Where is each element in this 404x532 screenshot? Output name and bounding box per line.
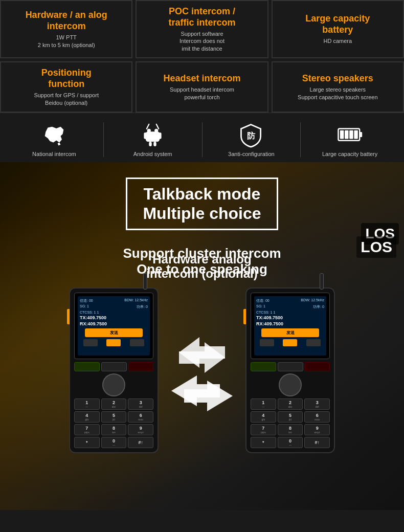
right-screen-row1: 信道: 00 BDW: 12.5kHz bbox=[256, 298, 324, 303]
left-key-7[interactable]: 7pqrs bbox=[74, 424, 100, 435]
right-tx: TX:409.7500 bbox=[256, 315, 324, 320]
right-phone-device: 信道: 00 BDW: 12.5kHz SG: 1 功率: 0 CTCSS: 1… bbox=[245, 287, 335, 453]
feature-subtitle-4: Support for GPS / supportBeidou (optiona… bbox=[5, 92, 127, 106]
feature-title-2: POC intercom /traffic intercom bbox=[141, 6, 263, 28]
left-keypad: 1— 2abc 3def 4ghi 5jkl 6mno 7pqrs 8tuv 9… bbox=[74, 398, 153, 448]
right-dpad-circle[interactable] bbox=[279, 373, 302, 396]
svg-line-7 bbox=[147, 124, 149, 129]
right-phone-antenna bbox=[320, 273, 324, 290]
feature-subtitle-5: Support headset intercompowerful torch bbox=[141, 86, 263, 101]
right-key-5[interactable]: 5jkl bbox=[278, 411, 303, 423]
left-phone-device: 信道: 00 BDW: 12.5kHz SG: 1 功率: 0 CTCSS: 1… bbox=[69, 287, 159, 453]
right-red-btn[interactable] bbox=[305, 362, 330, 371]
large-battery-label: Large capacity battery bbox=[322, 151, 377, 157]
left-tx: TX:409.7500 bbox=[80, 315, 148, 320]
feature-subtitle-3: HD camera bbox=[277, 37, 399, 45]
right-power: 功率: 0 bbox=[313, 304, 324, 309]
left-func-row bbox=[74, 362, 153, 371]
talkback-mode-box: Talkback mode Multiple choice bbox=[126, 178, 278, 230]
right-ptt-btn[interactable]: 发送 bbox=[261, 328, 319, 337]
feature-card-battery: Large capacitybattery HD camera bbox=[272, 0, 404, 58]
left-dpad-circle[interactable] bbox=[102, 373, 125, 396]
right-rx: RX:409.7500 bbox=[256, 321, 324, 326]
feature-card-headset: Headset intercom Support headset interco… bbox=[136, 61, 268, 113]
android-icon bbox=[140, 122, 166, 148]
right-screen-row3: CTCSS: 1 1 bbox=[256, 311, 324, 314]
feature-grid: Hardware / an alog intercom 1W PTT2 km t… bbox=[0, 0, 404, 113]
arrow-container bbox=[169, 327, 235, 414]
left-dpad bbox=[74, 373, 153, 396]
left-bandwidth: BDW: 12.5kHz bbox=[124, 298, 148, 303]
left-rx: RX:409.7500 bbox=[80, 321, 148, 326]
left-key-1[interactable]: 1— bbox=[74, 398, 100, 410]
right-center-btn[interactable] bbox=[278, 362, 303, 371]
left-power: 功率: 0 bbox=[137, 304, 148, 309]
anti-config-label: 3anti-configuration bbox=[228, 151, 275, 157]
icons-row: National intercom Android bbox=[0, 113, 404, 162]
feature-title-3: Large capacitybattery bbox=[277, 13, 399, 35]
left-red-btn[interactable] bbox=[128, 362, 154, 371]
arrows-icon bbox=[169, 373, 235, 414]
right-func-row bbox=[251, 362, 330, 371]
left-key-6[interactable]: 6mno bbox=[128, 411, 153, 423]
left-key-star[interactable]: * bbox=[74, 437, 100, 448]
right-key-9[interactable]: 9wxyz bbox=[304, 424, 330, 435]
bottom-section: Talkback mode Multiple choice Support cl… bbox=[0, 162, 404, 510]
right-key-0[interactable]: 0— bbox=[278, 437, 303, 448]
right-screen-row2: SG: 1 功率: 0 bbox=[256, 304, 324, 309]
left-key-hash[interactable]: #↑ bbox=[128, 437, 153, 448]
right-key-star[interactable]: * bbox=[251, 437, 276, 448]
bottom-content: Talkback mode Multiple choice Support cl… bbox=[0, 162, 404, 291]
feature-title-4: Positioningfunction bbox=[5, 68, 127, 90]
icon-anti-config: 防 3anti-configuration bbox=[203, 122, 301, 157]
icon-national-intercom: National intercom bbox=[5, 122, 104, 157]
left-screen-row1: 信道: 00 BDW: 12.5kHz bbox=[80, 298, 148, 303]
left-key-5[interactable]: 5jkl bbox=[101, 411, 127, 423]
icon-android-system: Android system bbox=[104, 122, 203, 157]
feature-title-6: Stereo speakers bbox=[277, 73, 399, 84]
right-key-7[interactable]: 7pqrs bbox=[251, 424, 276, 435]
right-menu-btn1 bbox=[260, 339, 274, 346]
left-key-4[interactable]: 4ghi bbox=[74, 411, 100, 423]
right-key-1[interactable]: 1— bbox=[251, 398, 276, 410]
right-key-2[interactable]: 2abc bbox=[278, 398, 303, 410]
right-key-hash[interactable]: #↑ bbox=[304, 437, 330, 448]
right-key-6[interactable]: 6mno bbox=[304, 411, 330, 423]
right-green-btn[interactable] bbox=[251, 362, 276, 371]
left-key-3[interactable]: 3def bbox=[128, 398, 153, 410]
right-phone-ptt-button[interactable] bbox=[243, 309, 246, 324]
right-freq-label: 信道: 00 bbox=[256, 298, 270, 303]
left-screen-content: 信道: 00 BDW: 12.5kHz SG: 1 功率: 0 CTCSS: 1… bbox=[78, 296, 150, 356]
left-key-8[interactable]: 8tuv bbox=[101, 424, 127, 435]
svg-rect-13 bbox=[345, 130, 349, 139]
feature-card-positioning: Positioningfunction Support for GPS / su… bbox=[0, 61, 132, 113]
left-phone-screen: 信道: 00 BDW: 12.5kHz SG: 1 功率: 0 CTCSS: 1… bbox=[74, 293, 153, 359]
left-key-2[interactable]: 2abc bbox=[101, 398, 127, 410]
left-ptt-btn[interactable]: 发送 bbox=[85, 328, 143, 337]
national-intercom-label: National intercom bbox=[32, 151, 76, 157]
right-key-8[interactable]: 8tuv bbox=[278, 424, 303, 435]
left-freq-label: 信道: 00 bbox=[80, 298, 93, 303]
icon-large-battery: Large capacity battery bbox=[301, 122, 399, 157]
battery-large-icon bbox=[337, 122, 363, 148]
hardware-line1: Hardware analog bbox=[146, 252, 257, 267]
china-map-icon bbox=[41, 122, 67, 148]
left-key-9[interactable]: 9wxyz bbox=[128, 424, 153, 435]
svg-rect-3 bbox=[144, 132, 147, 139]
top-section: Hardware / an alog intercom 1W PTT2 km t… bbox=[0, 0, 404, 162]
svg-rect-6 bbox=[153, 142, 156, 146]
left-key-0[interactable]: 0— bbox=[101, 437, 127, 448]
phones-section: 信道: 00 BDW: 12.5kHz SG: 1 功率: 0 CTCSS: 1… bbox=[5, 287, 399, 453]
left-screen-row3: CTCSS: 1 1 bbox=[80, 311, 148, 314]
right-menu-btn3 bbox=[306, 339, 321, 346]
right-key-4[interactable]: 4ghi bbox=[251, 411, 276, 423]
right-screen-content: 信道: 00 BDW: 12.5kHz SG: 1 功率: 0 CTCSS: 1… bbox=[254, 296, 326, 356]
right-key-3[interactable]: 3def bbox=[304, 398, 330, 410]
left-center-btn[interactable] bbox=[101, 362, 127, 371]
feature-subtitle-6: Large stereo speakersSupport capacitive … bbox=[277, 86, 399, 101]
left-phone-ptt-button[interactable] bbox=[67, 309, 70, 324]
left-green-btn[interactable] bbox=[74, 362, 100, 371]
feature-card-hardware-analog: Hardware / an alog intercom 1W PTT2 km t… bbox=[0, 0, 132, 58]
hardware-analog-text: Hardware analog intercom (optional) bbox=[146, 252, 257, 281]
talkback-line2: Multiple choice bbox=[143, 204, 261, 223]
